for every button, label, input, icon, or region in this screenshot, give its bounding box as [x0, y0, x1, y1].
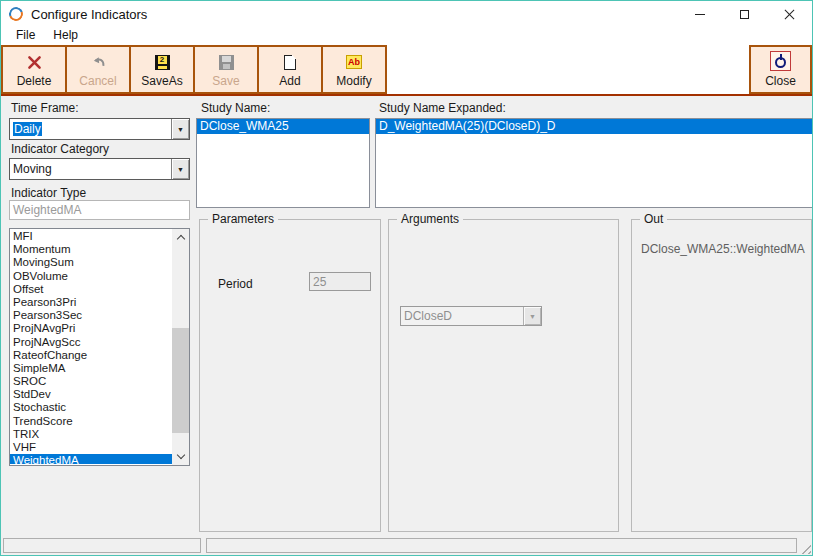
scroll-down-button[interactable] — [172, 448, 189, 465]
minimize-button[interactable] — [677, 1, 722, 27]
list-item[interactable]: TRIX — [10, 428, 172, 441]
menu-file[interactable]: File — [7, 27, 44, 45]
modify-button[interactable]: Ab Modify — [321, 45, 387, 94]
list-item[interactable]: D_WeightedMA(25)(DCloseD)_D — [376, 119, 812, 134]
menu-bar: File Help — [1, 27, 812, 45]
chevron-up-icon — [176, 235, 184, 243]
study-name-expanded-listbox[interactable]: D_WeightedMA(25)(DCloseD)_D — [375, 118, 813, 208]
undo-arrow-icon — [90, 52, 107, 72]
list-item[interactable]: Pearson3Pri — [10, 296, 172, 309]
out-title: Out — [640, 212, 667, 226]
save-as-floppy-icon: 2 — [155, 52, 170, 72]
list-item[interactable]: WeightedMA — [10, 454, 172, 464]
caption-buttons — [677, 1, 812, 27]
close-window-button[interactable] — [767, 1, 812, 27]
list-item[interactable]: SROC — [10, 375, 172, 388]
arguments-groupbox: Arguments DCloseD ▼ — [388, 219, 619, 532]
list-item[interactable]: ProjNAvgScc — [10, 336, 172, 349]
list-item[interactable]: Stochastic — [10, 401, 172, 414]
vertical-scrollbar[interactable] — [172, 229, 189, 465]
list-item[interactable]: Offset — [10, 283, 172, 296]
cancel-button: Cancel — [65, 45, 131, 94]
list-item[interactable]: MovingSum — [10, 256, 172, 269]
list-item[interactable]: ProjNAvgPri — [10, 322, 172, 335]
save-button: Save — [193, 45, 259, 94]
chevron-down-icon — [176, 451, 184, 459]
scrollbar-thumb[interactable] — [172, 328, 189, 433]
toolbar: Delete Cancel 2 SaveAs Save Add Ab Modi — [1, 45, 812, 96]
delete-button[interactable]: Delete — [1, 45, 67, 94]
modify-ab-icon: Ab — [346, 52, 362, 72]
delete-x-icon — [26, 52, 43, 72]
list-item[interactable]: DClose_WMA25 — [197, 119, 369, 134]
arguments-title: Arguments — [397, 212, 463, 226]
window-title: Configure Indicators — [31, 7, 147, 22]
new-document-icon — [284, 52, 296, 72]
list-item[interactable]: VHF — [10, 441, 172, 454]
status-panel-left — [3, 538, 201, 553]
list-item[interactable]: MFI — [10, 230, 172, 243]
indicator-list-items: MFIMomentumMovingSumOBVolumeOffsetPearso… — [10, 230, 172, 464]
time-frame-combobox[interactable]: Daily ▼ — [9, 118, 190, 140]
close-button[interactable]: Close — [749, 45, 812, 94]
resize-grip-icon[interactable] — [798, 541, 811, 554]
arguments-value: DCloseD — [401, 307, 523, 325]
app-logo-icon — [7, 5, 26, 24]
indicator-type-field: WeightedMA — [9, 200, 190, 220]
indicator-category-value: Moving — [10, 159, 171, 179]
list-item[interactable]: StdDev — [10, 388, 172, 401]
save-floppy-icon — [219, 52, 234, 72]
configure-indicators-window: Configure Indicators File Help Delete Ca… — [0, 0, 813, 556]
list-item[interactable]: OBVolume — [10, 270, 172, 283]
power-icon — [770, 51, 791, 71]
list-item[interactable]: Pearson3Sec — [10, 309, 172, 322]
period-field: 25 — [309, 272, 371, 291]
indicator-type-label: Indicator Type — [11, 186, 86, 200]
chevron-down-icon[interactable]: ▼ — [171, 119, 189, 139]
list-item[interactable]: SimpleMA — [10, 362, 172, 375]
add-button[interactable]: Add — [257, 45, 323, 94]
title-bar: Configure Indicators — [1, 1, 812, 27]
status-bar — [1, 536, 812, 555]
time-frame-value: Daily — [10, 119, 171, 139]
status-panel-right — [206, 538, 797, 553]
chevron-down-icon[interactable]: ▼ — [171, 159, 189, 179]
out-groupbox: Out DClose_WMA25::WeightedMA — [631, 219, 812, 532]
list-item[interactable]: RateofChange — [10, 349, 172, 362]
time-frame-label: Time Frame: — [11, 101, 79, 115]
close-x-icon — [784, 9, 795, 20]
period-label: Period — [218, 277, 253, 291]
menu-help[interactable]: Help — [44, 27, 87, 45]
study-name-listbox[interactable]: DClose_WMA25 — [196, 118, 370, 208]
indicator-category-label: Indicator Category — [11, 142, 109, 156]
list-item[interactable]: TrendScore — [10, 415, 172, 428]
minimize-icon — [695, 14, 705, 15]
maximize-button[interactable] — [722, 1, 767, 27]
out-value: DClose_WMA25::WeightedMA — [641, 242, 805, 256]
saveas-button[interactable]: 2 SaveAs — [129, 45, 195, 94]
parameters-title: Parameters — [208, 212, 278, 226]
indicator-category-combobox[interactable]: Moving ▼ — [9, 158, 190, 180]
study-name-label: Study Name: — [201, 101, 270, 115]
list-item[interactable]: Momentum — [10, 243, 172, 256]
scroll-up-button[interactable] — [172, 229, 189, 246]
study-name-expanded-label: Study Name Expanded: — [379, 101, 506, 115]
indicator-listbox[interactable]: MFIMomentumMovingSumOBVolumeOffsetPearso… — [9, 228, 190, 466]
parameters-groupbox: Parameters Period 25 — [199, 219, 381, 532]
maximize-icon — [740, 10, 749, 19]
arguments-combobox: DCloseD ▼ — [400, 306, 542, 326]
chevron-down-icon: ▼ — [523, 307, 541, 325]
